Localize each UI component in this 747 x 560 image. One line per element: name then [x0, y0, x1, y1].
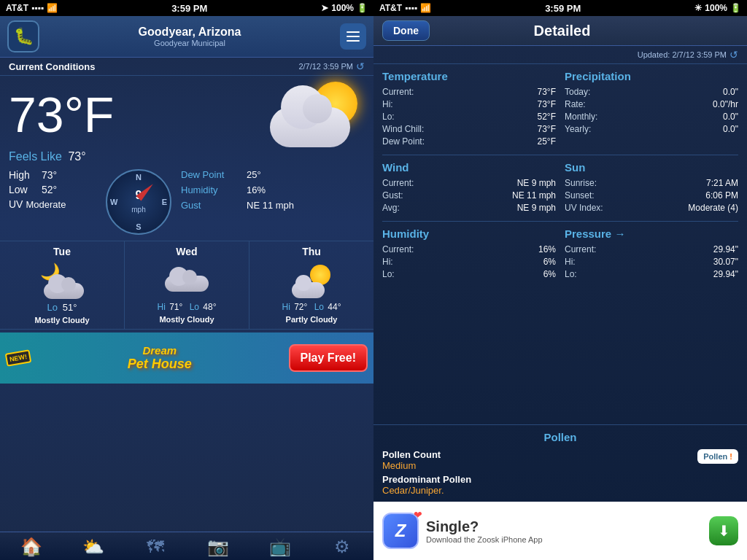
sunrise-value: 7:21 AM — [706, 178, 738, 188]
menu-icon — [342, 27, 364, 46]
nav-home[interactable]: 🏠 — [0, 537, 62, 557]
forecast-day-tue: Tue 🌙 Lo 51° Mostly Cloudy — [0, 241, 125, 329]
precip-yearly-label: Yearly: — [565, 124, 591, 134]
menu-line-1 — [347, 31, 360, 33]
detailed-content: Temperature Current: 73°F Hi: 73°F Lo: 5… — [374, 64, 747, 424]
nav-weather[interactable]: ⛅ — [62, 537, 124, 557]
precip-today-row: Today: 0.0" — [565, 87, 738, 97]
refresh-icon[interactable]: ↺ — [356, 61, 365, 72]
humidity-section: Humidity Current: 16% Hi: 6% Lo: 6% — [382, 228, 556, 281]
done-button[interactable]: Done — [382, 20, 430, 41]
pollen-logo-suffix: ! — [729, 452, 732, 461]
dew-point-row: Dew Point 25° — [181, 169, 365, 180]
pollen-content: Pollen Count Medium Predominant Pollen C… — [382, 449, 738, 496]
pressure-lo-label: Lo: — [565, 269, 577, 279]
high-row: High 73° — [9, 169, 96, 181]
wind-avg-label: Avg: — [382, 203, 400, 213]
thu-hi-value: 72° — [294, 302, 307, 312]
pollen-predominant-label: Predominant Pollen — [382, 474, 697, 485]
temperature-title: Temperature — [382, 70, 556, 82]
temp-lo-label: Lo: — [382, 112, 395, 122]
uv-index-label: UV Index: — [565, 203, 603, 213]
humidity-lo-row: Lo: 6% — [382, 269, 556, 279]
humidity-row: Humidity 16% — [181, 184, 365, 195]
cloud-icon — [270, 107, 350, 147]
pollen-info: Pollen Count Medium Predominant Pollen C… — [382, 449, 697, 496]
gust-row: Gust NE 11 mph — [181, 200, 365, 211]
nav-map[interactable]: 🗺 — [125, 537, 187, 557]
nav-camera[interactable]: 📷 — [187, 537, 249, 557]
nav-screen[interactable]: 📺 — [249, 537, 311, 557]
temp-hi-value: 73°F — [538, 99, 556, 109]
forecast-wed-icon — [128, 260, 246, 300]
stats-area: High 73° Low 52° UV Moderate N S E W 9 — [0, 166, 374, 238]
screen-icon: 📺 — [269, 537, 291, 557]
compass-w: W — [110, 198, 117, 206]
wind-section: Wind Current: NE 9 mph Gust: NE 11 mph A… — [382, 161, 556, 215]
forecast-thu-icon — [252, 260, 371, 300]
right-refresh-icon[interactable]: ↺ — [729, 49, 738, 61]
wind-unit: mph — [131, 206, 145, 214]
cloud-body-tue — [44, 283, 84, 299]
sun-section: Sun Sunrise: 7:21 AM Sunset: 6:06 PM UV … — [565, 161, 738, 215]
left-time: 3:59 PM — [171, 3, 207, 14]
precip-yearly-value: 0.0" — [723, 124, 738, 134]
zoosk-icon-wrap: Z ❤ — [382, 513, 419, 549]
wind-current-label: Current: — [382, 178, 414, 188]
wind-current-row: Current: NE 9 mph — [382, 178, 556, 188]
ad-text: Single? Download the Zoosk iPhone App — [426, 518, 702, 544]
right-wifi-icon: 📶 — [420, 3, 431, 13]
wed-temps: Hi 71° Lo 48° — [128, 302, 246, 312]
ad-subtext: Download the Zoosk iPhone App — [426, 535, 702, 544]
wed-hi-value: 71° — [169, 302, 182, 312]
pressure-current-row: Current: 29.94" — [565, 244, 738, 254]
conditions-bar: Current Conditions 2/7/12 3:59 PM ↺ — [0, 58, 374, 76]
forecast-day-thu: Thu Hi 72° Lo 44° Partly Cloudy — [249, 241, 374, 329]
camera-icon: 📷 — [207, 537, 229, 557]
right-panel: AT&T ▪▪▪▪ 📶 3:59 PM ✳ 100% 🔋 Done Detail… — [374, 0, 747, 560]
sunset-value: 6:06 PM — [705, 190, 738, 201]
zoosk-letter: Z — [395, 521, 406, 541]
weather-icon — [270, 82, 365, 147]
pollen-logo[interactable]: Pollen ! — [697, 449, 738, 464]
ad-logo-line1: Dream — [128, 344, 192, 357]
pollen-logo-text: Pollen — [703, 452, 727, 461]
conditions-time-value: 2/7/12 3:59 PM — [298, 62, 353, 71]
location-name: Goodyear, Arizona — [39, 26, 340, 39]
menu-button[interactable] — [340, 23, 366, 50]
signal-icon: ▪▪▪▪ — [31, 3, 44, 13]
temp-windchill-value: 73°F — [538, 124, 556, 134]
detail-sections: Temperature Current: 73°F Hi: 73°F Lo: 5… — [382, 70, 738, 149]
humidity-value: 16% — [247, 184, 266, 195]
detail-sections-3: Humidity Current: 16% Hi: 6% Lo: 6% Pres… — [382, 228, 738, 281]
compass-e: E — [162, 198, 167, 206]
precip-rate-value: 0.0"/hr — [713, 99, 738, 109]
thu-condition: Partly Cloudy — [252, 315, 371, 324]
conditions-time: 2/7/12 3:59 PM ↺ — [298, 61, 365, 72]
ad-play-button[interactable]: Play Free! — [289, 344, 368, 372]
precip-monthly-label: Monthly: — [565, 112, 597, 122]
precip-rate-label: Rate: — [565, 99, 586, 109]
humidity-lo-label: Lo: — [382, 269, 395, 279]
compass-area: N S E W 9 mph — [102, 169, 175, 235]
pressure-hi-label: Hi: — [565, 257, 576, 267]
forecast-tue-name: Tue — [3, 246, 121, 257]
sunrise-row: Sunrise: 7:21 AM — [565, 178, 738, 188]
tue-lo-value: 51° — [63, 302, 77, 313]
temperature-section: Temperature Current: 73°F Hi: 73°F Lo: 5… — [382, 70, 556, 149]
ad-banner[interactable]: NEW! Dream Pet House Play Free! — [0, 332, 374, 384]
pollen-predominant-value: Cedar/Juniper. — [382, 485, 697, 496]
sunset-label: Sunset: — [565, 190, 595, 201]
nav-settings[interactable]: ⚙ — [311, 537, 374, 557]
ad-new-badge: NEW! — [5, 349, 32, 367]
ad-download-button[interactable]: ⬇ — [709, 516, 738, 545]
conditions-label: Current Conditions — [9, 61, 95, 72]
sun-title: Sun — [565, 161, 738, 174]
high-value: 73° — [42, 169, 57, 181]
wed-lo-value: 48° — [203, 302, 216, 312]
small-cloud-tue — [44, 273, 84, 299]
humidity-title: Humidity — [382, 228, 556, 240]
bottom-ad[interactable]: Z ❤ Single? Download the Zoosk iPhone Ap… — [374, 502, 747, 560]
low-row: Low 52° — [9, 184, 96, 195]
wed-condition: Mostly Cloudy — [128, 315, 246, 324]
